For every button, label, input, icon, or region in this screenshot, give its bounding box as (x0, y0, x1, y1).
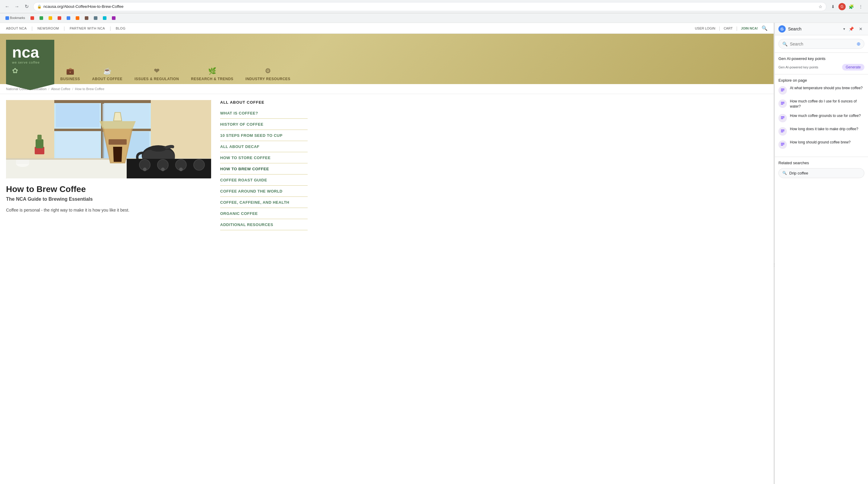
related-search-text: Drip coffee (789, 171, 808, 175)
coffee-steam-icon: ✿ (12, 67, 18, 75)
menu-item-10-steps: 10 STEPS FROM SEED TO CUP (220, 130, 308, 141)
search-toggle-button[interactable]: 🔍 (762, 25, 768, 31)
browser-nav-buttons: ← → ↻ (3, 2, 31, 11)
pin-icon[interactable]: 📌 (847, 25, 855, 33)
main-header: nca we serve coffee ✿ 💼 BUSINESS ☕ ABOUT… (0, 34, 774, 84)
nav-research-label: RESEARCH & TRENDS (191, 77, 234, 81)
svg-rect-14 (37, 135, 42, 140)
menu-icon[interactable]: ⋮ (857, 2, 865, 11)
back-button[interactable]: ← (3, 2, 11, 11)
svg-rect-16 (16, 160, 29, 164)
menu-item-what-is-coffee: WHAT IS COFFEE? (220, 107, 308, 119)
explore-item-5[interactable]: How long should ground coffee brew? (778, 140, 864, 149)
newsroom-link[interactable]: NEWSROOM (37, 27, 59, 30)
explore-item-1[interactable]: At what temperature should you brew coff… (778, 86, 864, 95)
panel-search-area: 🔍 ⊕ (775, 35, 868, 53)
explore-item-4[interactable]: How long does it take to make drip coffe… (778, 127, 864, 136)
bookmark-8[interactable] (82, 15, 91, 21)
store-coffee-link[interactable]: HOW TO STORE COFFEE (220, 156, 271, 160)
caffeine-health-link[interactable]: COFFEE, CAFFEINE, AND HEALTH (220, 200, 289, 205)
breadcrumb: National Coffee Association / About Coff… (6, 87, 768, 91)
main-navigation: 💼 BUSINESS ☕ ABOUT COFFEE ❤ ISSUES & REG… (54, 64, 768, 84)
nav-research-trends[interactable]: 🌿 RESEARCH & TRENDS (185, 64, 240, 84)
bookmark-7[interactable] (73, 15, 82, 21)
extensions-icon[interactable]: 🧩 (847, 2, 855, 11)
bookmark-1[interactable]: Bookmarks (3, 15, 27, 21)
explore-item-3[interactable]: How much coffee grounds to use for coffe… (778, 113, 864, 122)
profile-icon[interactable]: G (838, 3, 846, 10)
panel-search-icon: 🔍 (782, 41, 787, 46)
sidebar-menu: WHAT IS COFFEE? HISTORY OF COFFEE 10 STE… (220, 107, 308, 230)
svg-rect-37 (781, 91, 783, 91)
about-nca-link[interactable]: ABOUT NCA (6, 27, 27, 30)
partner-link[interactable]: PARTNER WITH NCA (70, 27, 105, 30)
bookmark-11[interactable] (110, 15, 118, 21)
close-panel-button[interactable]: ✕ (857, 25, 864, 33)
coffee-world-link[interactable]: COFFEE AROUND THE WORLD (220, 189, 283, 193)
roast-guide-link[interactable]: COFFEE ROAST GUIDE (220, 178, 267, 182)
camera-search-icon[interactable]: ⊕ (857, 41, 861, 47)
svg-rect-48 (781, 144, 784, 144)
nav-issues-regulation[interactable]: ❤ ISSUES & REGULATION (128, 64, 185, 84)
reload-button[interactable]: ↻ (22, 2, 31, 11)
panel-dropdown-icon[interactable]: ▾ (843, 27, 845, 31)
google-logo: G (778, 25, 786, 33)
bookmark-4[interactable] (46, 15, 55, 21)
menu-item-store-coffee: HOW TO STORE COFFEE (220, 152, 308, 163)
key-points-header: Gen AI-powered key points (778, 56, 864, 61)
nav-about-coffee[interactable]: ☕ ABOUT COFFEE (86, 64, 128, 84)
additional-link[interactable]: ADDITIONAL RESOURCES (220, 222, 273, 227)
forward-button[interactable]: → (13, 2, 21, 11)
explore-item-2-text: How much coffee do I use for 6 ounces of… (790, 99, 864, 109)
generate-button[interactable]: Generate (842, 64, 864, 70)
organic-link[interactable]: ORGANIC COFFEE (220, 211, 258, 216)
bookmark-5[interactable] (55, 15, 64, 21)
cart-link[interactable]: CART (723, 27, 733, 30)
bookmark-10[interactable] (100, 15, 109, 21)
brew-coffee-link[interactable]: HOW TO BREW COFFEE (220, 167, 269, 171)
bookmark-6[interactable] (64, 15, 73, 21)
url-text: ncausa.org/About-Coffee/How-to-Brew-Coff… (43, 4, 817, 9)
svg-rect-35 (781, 89, 784, 89)
bookmark-9[interactable] (91, 15, 100, 21)
related-search-drip-coffee[interactable]: 🔍 Drip coffee (778, 168, 864, 178)
panel-search-box[interactable]: 🔍 ⊕ (778, 39, 864, 49)
website-content: ABOUT NCA | NEWSROOM | PARTNER WITH NCA … (0, 23, 774, 484)
history-link[interactable]: HISTORY OF COFFEE (220, 122, 263, 127)
left-content: How to Brew Coffee The NCA Guide to Brew… (6, 100, 211, 230)
related-searches-title: Related searches (778, 161, 864, 165)
join-nca-link[interactable]: JOIN NCA! (741, 27, 758, 30)
svg-point-34 (179, 167, 183, 171)
svg-rect-8 (56, 132, 99, 158)
svg-rect-36 (781, 90, 784, 90)
download-icon[interactable]: ⬇ (829, 2, 837, 11)
what-is-coffee-link[interactable]: WHAT IS COFFEE? (220, 111, 258, 116)
breadcrumb-about-coffee[interactable]: About Coffee (51, 87, 70, 91)
nav-business[interactable]: 💼 BUSINESS (54, 64, 86, 84)
breadcrumb-sep-1: / (48, 87, 49, 91)
browser-actions: ⬇ G 🧩 ⋮ (829, 2, 865, 11)
10-steps-link[interactable]: 10 STEPS FROM SEED TO CUP (220, 133, 283, 138)
explore-item-2[interactable]: How much coffee do I use for 6 ounces of… (778, 99, 864, 109)
svg-rect-38 (781, 102, 784, 102)
user-login-link[interactable]: USER LOGIN (695, 27, 715, 30)
nca-logo[interactable]: nca (12, 44, 39, 60)
svg-rect-19 (108, 139, 127, 144)
nav-business-label: BUSINESS (60, 77, 80, 81)
nav-industry-resources[interactable]: ⚙ INDUSTRY RESOURCES (240, 64, 297, 84)
svg-rect-43 (781, 119, 783, 119)
bookmark-2[interactable] (28, 15, 36, 21)
decaf-link[interactable]: ALL ABOUT DECAF (220, 144, 259, 149)
svg-rect-41 (781, 116, 784, 117)
panel-search-input[interactable] (790, 41, 854, 46)
address-bar[interactable]: 🔒 ncausa.org/About-Coffee/How-to-Brew-Co… (33, 2, 826, 11)
breadcrumb-current[interactable]: How to Brew Coffee (75, 87, 104, 91)
bookmark-icon[interactable]: ☆ (818, 4, 823, 9)
menu-item-caffeine-health: COFFEE, CAFFEINE, AND HEALTH (220, 197, 308, 208)
explore-item-1-icon (778, 86, 787, 95)
blog-link[interactable]: BLOG (116, 27, 126, 30)
bookmark-3[interactable] (37, 15, 45, 21)
svg-rect-39 (781, 103, 784, 104)
svg-rect-46 (781, 132, 783, 132)
explore-item-5-icon (778, 140, 787, 149)
